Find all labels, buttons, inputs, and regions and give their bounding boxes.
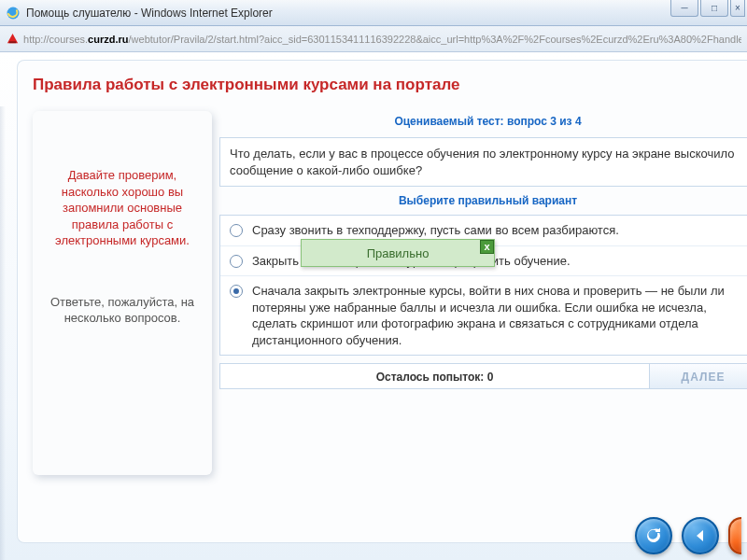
quiz-progress: Оцениваемый тест: вопрос 3 из 4 — [219, 111, 747, 137]
answer-text: Сначала закрыть электронные курсы, войти… — [252, 283, 747, 348]
answers-list: Сразу звонить в техподдержку, пусть сами… — [219, 215, 747, 356]
window-titlebar: Помощь слушателю - Windows Internet Expl… — [0, 0, 747, 26]
side-sub-text: Ответьте, пожалуйста, на несколько вопро… — [46, 294, 199, 327]
answer-option[interactable]: Сначала закрыть электронные курсы, войти… — [220, 276, 747, 355]
next-button[interactable]: ДАЛЕЕ — [649, 364, 747, 388]
svg-rect-1 — [9, 41, 17, 43]
question-text: Что делать, если у вас в процессе обучен… — [219, 137, 747, 187]
radio-icon — [230, 224, 243, 237]
attempts-left: Осталось попыток: 0 — [220, 364, 649, 388]
feedback-text: Правильно — [367, 246, 430, 260]
reload-button[interactable] — [635, 517, 672, 554]
answer-text: Сразу звонить в техподдержку, пусть сами… — [252, 222, 619, 239]
url-text: http://courses.curzd.ru/webtutor/Pravila… — [23, 34, 741, 45]
side-panel: Давайте проверим, насколько хорошо вы за… — [33, 111, 212, 475]
window-close-button[interactable]: × — [730, 0, 745, 17]
page-title: Правила работы с электронными курсами на… — [33, 76, 747, 94]
site-icon — [6, 32, 20, 47]
radio-icon — [230, 285, 243, 298]
maximize-button[interactable]: □ — [700, 0, 728, 17]
side-intro-text: Давайте проверим, насколько хорошо вы за… — [46, 167, 199, 249]
radio-icon — [230, 255, 243, 268]
address-bar[interactable]: http://courses.curzd.ru/webtutor/Pravila… — [0, 26, 747, 52]
close-icon[interactable]: x — [480, 240, 494, 254]
minimize-button[interactable]: ─ — [670, 0, 698, 17]
forward-button[interactable] — [728, 517, 741, 554]
feedback-popup: Правильно x — [301, 239, 495, 267]
window-title: Помощь слушателю - Windows Internet Expl… — [26, 7, 273, 20]
back-button[interactable] — [682, 517, 719, 554]
ie-icon — [6, 6, 21, 21]
choose-label: Выберите правильный вариант — [219, 187, 747, 215]
quiz-footer: Осталось попыток: 0 ДАЛЕЕ — [219, 363, 747, 389]
